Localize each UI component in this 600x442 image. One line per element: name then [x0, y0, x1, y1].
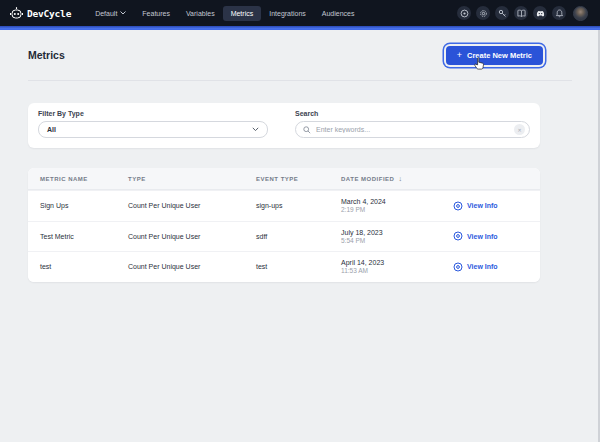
- devcycle-robot-icon: [10, 7, 23, 20]
- devcycle-logo[interactable]: DevCycle: [10, 7, 71, 20]
- project-selector[interactable]: Default: [87, 6, 134, 21]
- plus-icon: +: [457, 51, 462, 60]
- sort-desc-icon[interactable]: ↓: [398, 175, 402, 182]
- date-modified-cell: April 14, 2023 11:53 AM: [341, 259, 453, 274]
- nav-item-variables[interactable]: Variables: [178, 6, 223, 21]
- discord-icon[interactable]: [533, 6, 547, 20]
- chevron-down-icon: [252, 127, 259, 132]
- search-input[interactable]: [316, 126, 514, 133]
- user-avatar[interactable]: [573, 6, 588, 21]
- metric-type-cell: Count Per Unique User: [128, 233, 256, 240]
- project-selector-label: Default: [95, 10, 117, 17]
- filter-by-type-label: Filter By Type: [38, 110, 268, 117]
- date-modified-cell: July 18, 2023 5:54 PM: [341, 229, 453, 244]
- metric-name-cell: Test Metric: [28, 233, 128, 240]
- filter-card: Filter By Type All Search ✕: [28, 103, 540, 148]
- column-header-event-type[interactable]: EVENT TYPE: [256, 176, 341, 182]
- event-type-cell: sdff: [256, 233, 341, 240]
- metrics-table: METRIC NAME TYPE EVENT TYPE DATE MODIFIE…: [28, 168, 540, 282]
- metric-type-cell: Count Per Unique User: [128, 202, 256, 209]
- search-box: ✕: [295, 121, 530, 138]
- date-modified-cell: March 4, 2024 2:19 PM: [341, 198, 453, 213]
- search-label: Search: [295, 110, 530, 117]
- view-info-button[interactable]: View Info: [453, 231, 540, 241]
- eye-icon: [453, 201, 463, 211]
- table-row[interactable]: Sign Ups Count Per Unique User sign-ups …: [28, 190, 540, 221]
- nav-item-features[interactable]: Features: [134, 6, 178, 21]
- status-target-icon[interactable]: [457, 6, 471, 20]
- column-header-type[interactable]: TYPE: [128, 176, 256, 182]
- create-new-metric-label: Create New Metric: [467, 51, 532, 60]
- brand-name: DevCycle: [27, 8, 71, 19]
- api-key-icon[interactable]: [495, 6, 509, 20]
- notifications-bell-icon[interactable]: [552, 6, 566, 20]
- nav-item-audiences[interactable]: Audiences: [314, 6, 363, 21]
- filter-type-value: All: [47, 126, 56, 133]
- table-row[interactable]: Test Metric Count Per Unique User sdff J…: [28, 221, 540, 252]
- table-header-row: METRIC NAME TYPE EVENT TYPE DATE MODIFIE…: [28, 168, 540, 190]
- metric-name-cell: test: [28, 263, 128, 270]
- docs-book-icon[interactable]: [514, 6, 528, 20]
- eye-icon: [453, 262, 463, 272]
- metric-name-cell: Sign Ups: [28, 202, 128, 209]
- view-info-button[interactable]: View Info: [453, 262, 540, 272]
- clear-search-icon[interactable]: ✕: [514, 124, 525, 135]
- event-type-cell: sign-ups: [256, 202, 341, 209]
- table-row[interactable]: test Count Per Unique User test April 14…: [28, 251, 540, 282]
- metric-type-cell: Count Per Unique User: [128, 263, 256, 270]
- column-header-metric-name[interactable]: METRIC NAME: [28, 176, 128, 182]
- nav-item-metrics[interactable]: Metrics: [223, 6, 262, 21]
- top-navbar: DevCycle Default Features Variables Metr…: [0, 0, 600, 26]
- header-divider: [28, 80, 572, 81]
- filter-type-select[interactable]: All: [38, 121, 268, 138]
- page-title: Metrics: [28, 49, 65, 61]
- view-info-button[interactable]: View Info: [453, 201, 540, 211]
- eye-icon: [453, 231, 463, 241]
- column-header-date-modified[interactable]: DATE MODIFIED↓: [341, 175, 453, 182]
- settings-gear-icon[interactable]: [476, 6, 490, 20]
- chevron-down-icon: [120, 11, 126, 15]
- nav-item-integrations[interactable]: Integrations: [261, 6, 314, 21]
- event-type-cell: test: [256, 263, 341, 270]
- page-header: Metrics + Create New Metric: [0, 30, 600, 80]
- search-icon: [303, 126, 311, 134]
- create-new-metric-button[interactable]: + Create New Metric: [446, 46, 543, 65]
